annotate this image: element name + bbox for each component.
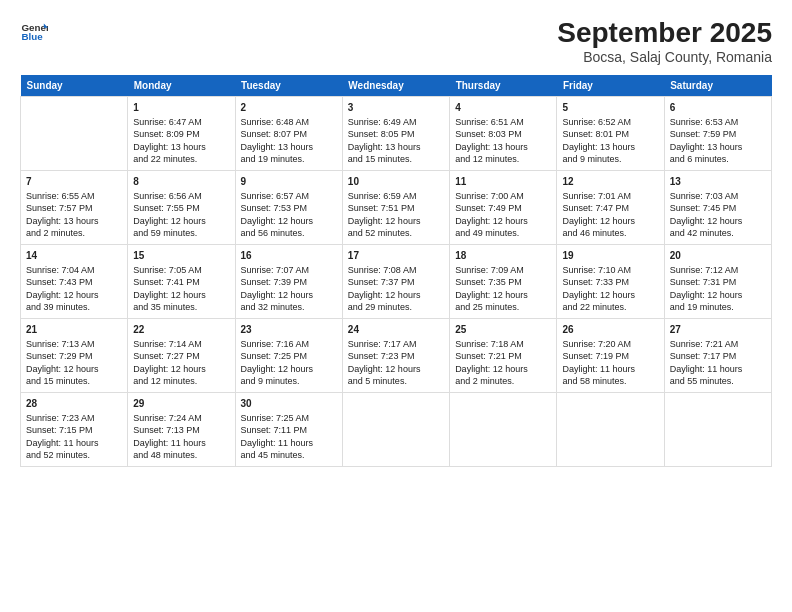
cell-text: Sunset: 8:03 PM	[455, 128, 551, 140]
cell-text: Sunset: 7:47 PM	[562, 202, 658, 214]
calendar-cell: 18Sunrise: 7:09 AMSunset: 7:35 PMDayligh…	[450, 244, 557, 318]
day-number: 7	[26, 175, 122, 189]
calendar-cell: 1Sunrise: 6:47 AMSunset: 8:09 PMDaylight…	[128, 96, 235, 170]
svg-text:Blue: Blue	[21, 31, 43, 42]
cell-text: Sunrise: 7:01 AM	[562, 190, 658, 202]
subtitle: Bocsa, Salaj County, Romania	[557, 49, 772, 65]
cell-text: Sunset: 7:29 PM	[26, 350, 122, 362]
weekday-header-tuesday: Tuesday	[235, 75, 342, 97]
cell-text: and 45 minutes.	[241, 449, 337, 461]
calendar-cell: 22Sunrise: 7:14 AMSunset: 7:27 PMDayligh…	[128, 318, 235, 392]
cell-text: and 19 minutes.	[670, 301, 766, 313]
day-number: 17	[348, 249, 444, 263]
cell-text: Sunset: 7:13 PM	[133, 424, 229, 436]
week-row-2: 7Sunrise: 6:55 AMSunset: 7:57 PMDaylight…	[21, 170, 772, 244]
weekday-header-monday: Monday	[128, 75, 235, 97]
cell-text: Sunrise: 7:09 AM	[455, 264, 551, 276]
cell-text: and 2 minutes.	[455, 375, 551, 387]
day-number: 25	[455, 323, 551, 337]
cell-text: Sunset: 7:27 PM	[133, 350, 229, 362]
cell-text: Sunrise: 6:49 AM	[348, 116, 444, 128]
cell-text: Sunrise: 7:17 AM	[348, 338, 444, 350]
cell-text: Sunrise: 7:21 AM	[670, 338, 766, 350]
cell-text: Daylight: 11 hours	[562, 363, 658, 375]
cell-text: Sunset: 7:59 PM	[670, 128, 766, 140]
calendar-cell: 2Sunrise: 6:48 AMSunset: 8:07 PMDaylight…	[235, 96, 342, 170]
day-number: 24	[348, 323, 444, 337]
title-block: September 2025 Bocsa, Salaj County, Roma…	[557, 18, 772, 65]
calendar-cell: 11Sunrise: 7:00 AMSunset: 7:49 PMDayligh…	[450, 170, 557, 244]
week-row-1: 1Sunrise: 6:47 AMSunset: 8:09 PMDaylight…	[21, 96, 772, 170]
cell-text: Daylight: 12 hours	[133, 215, 229, 227]
cell-text: Sunset: 8:05 PM	[348, 128, 444, 140]
day-number: 3	[348, 101, 444, 115]
calendar-cell: 24Sunrise: 7:17 AMSunset: 7:23 PMDayligh…	[342, 318, 449, 392]
day-number: 9	[241, 175, 337, 189]
calendar-cell: 29Sunrise: 7:24 AMSunset: 7:13 PMDayligh…	[128, 392, 235, 466]
day-number: 28	[26, 397, 122, 411]
cell-text: Sunset: 8:07 PM	[241, 128, 337, 140]
cell-text: Sunrise: 6:52 AM	[562, 116, 658, 128]
calendar-cell: 10Sunrise: 6:59 AMSunset: 7:51 PMDayligh…	[342, 170, 449, 244]
cell-text: Daylight: 11 hours	[670, 363, 766, 375]
cell-text: Sunset: 7:31 PM	[670, 276, 766, 288]
cell-text: Daylight: 12 hours	[562, 289, 658, 301]
cell-text: and 35 minutes.	[133, 301, 229, 313]
calendar-cell: 17Sunrise: 7:08 AMSunset: 7:37 PMDayligh…	[342, 244, 449, 318]
cell-text: Daylight: 12 hours	[133, 363, 229, 375]
cell-text: Daylight: 12 hours	[455, 289, 551, 301]
cell-text: Sunset: 8:01 PM	[562, 128, 658, 140]
cell-text: Sunset: 7:53 PM	[241, 202, 337, 214]
week-row-5: 28Sunrise: 7:23 AMSunset: 7:15 PMDayligh…	[21, 392, 772, 466]
week-row-3: 14Sunrise: 7:04 AMSunset: 7:43 PMDayligh…	[21, 244, 772, 318]
cell-text: Sunset: 7:25 PM	[241, 350, 337, 362]
cell-text: Daylight: 13 hours	[241, 141, 337, 153]
calendar-cell: 4Sunrise: 6:51 AMSunset: 8:03 PMDaylight…	[450, 96, 557, 170]
cell-text: Daylight: 13 hours	[455, 141, 551, 153]
calendar-cell: 5Sunrise: 6:52 AMSunset: 8:01 PMDaylight…	[557, 96, 664, 170]
day-number: 12	[562, 175, 658, 189]
day-number: 8	[133, 175, 229, 189]
cell-text: Sunset: 7:43 PM	[26, 276, 122, 288]
calendar-cell: 7Sunrise: 6:55 AMSunset: 7:57 PMDaylight…	[21, 170, 128, 244]
cell-text: Sunset: 7:15 PM	[26, 424, 122, 436]
weekday-header-thursday: Thursday	[450, 75, 557, 97]
weekday-header-sunday: Sunday	[21, 75, 128, 97]
cell-text: Daylight: 13 hours	[670, 141, 766, 153]
cell-text: Daylight: 13 hours	[133, 141, 229, 153]
cell-text: and 56 minutes.	[241, 227, 337, 239]
day-number: 5	[562, 101, 658, 115]
day-number: 6	[670, 101, 766, 115]
cell-text: Daylight: 12 hours	[670, 215, 766, 227]
cell-text: and 12 minutes.	[455, 153, 551, 165]
calendar-cell: 14Sunrise: 7:04 AMSunset: 7:43 PMDayligh…	[21, 244, 128, 318]
cell-text: Sunset: 7:17 PM	[670, 350, 766, 362]
cell-text: Sunrise: 7:07 AM	[241, 264, 337, 276]
cell-text: and 22 minutes.	[562, 301, 658, 313]
cell-text: Sunrise: 7:03 AM	[670, 190, 766, 202]
cell-text: Sunrise: 7:25 AM	[241, 412, 337, 424]
cell-text: Sunset: 7:41 PM	[133, 276, 229, 288]
calendar-cell: 13Sunrise: 7:03 AMSunset: 7:45 PMDayligh…	[664, 170, 771, 244]
cell-text: Sunset: 7:39 PM	[241, 276, 337, 288]
calendar-cell: 6Sunrise: 6:53 AMSunset: 7:59 PMDaylight…	[664, 96, 771, 170]
day-number: 23	[241, 323, 337, 337]
calendar-cell: 20Sunrise: 7:12 AMSunset: 7:31 PMDayligh…	[664, 244, 771, 318]
cell-text: Sunrise: 6:47 AM	[133, 116, 229, 128]
cell-text: Sunset: 7:51 PM	[348, 202, 444, 214]
cell-text: Daylight: 12 hours	[133, 289, 229, 301]
cell-text: Sunrise: 7:13 AM	[26, 338, 122, 350]
cell-text: Daylight: 12 hours	[455, 215, 551, 227]
day-number: 15	[133, 249, 229, 263]
cell-text: and 2 minutes.	[26, 227, 122, 239]
cell-text: Daylight: 11 hours	[133, 437, 229, 449]
cell-text: Sunrise: 7:04 AM	[26, 264, 122, 276]
cell-text: Daylight: 12 hours	[241, 363, 337, 375]
logo-icon: General Blue	[20, 18, 48, 46]
calendar-cell	[21, 96, 128, 170]
calendar-cell: 30Sunrise: 7:25 AMSunset: 7:11 PMDayligh…	[235, 392, 342, 466]
calendar-cell: 26Sunrise: 7:20 AMSunset: 7:19 PMDayligh…	[557, 318, 664, 392]
cell-text: Sunset: 7:37 PM	[348, 276, 444, 288]
day-number: 26	[562, 323, 658, 337]
cell-text: Sunset: 7:45 PM	[670, 202, 766, 214]
